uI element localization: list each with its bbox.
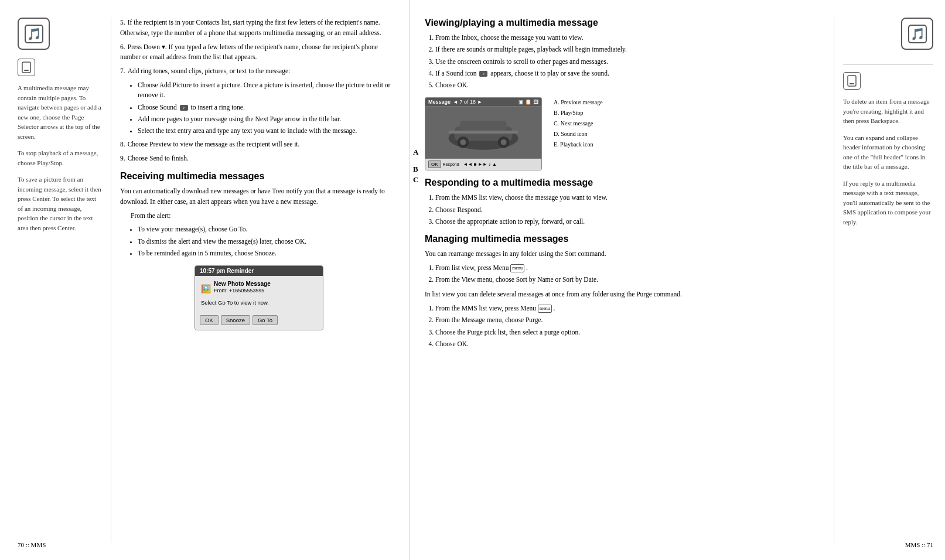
right-sidebar-phone-icon (843, 72, 861, 90)
svg-rect-16 (850, 83, 854, 84)
section2-title: Receiving multimedia messages (120, 171, 398, 182)
section3-title: Managing multimedia messages (425, 234, 825, 244)
menu-icon-2: menu (538, 305, 552, 313)
label-b: B (413, 165, 418, 174)
section1-steps: From the Inbox, choose the message you w… (435, 33, 825, 90)
message-labels: A. Previous message B. Play/Stop C. Next… (554, 97, 603, 150)
section1-step-5: Choose OK. (435, 80, 825, 90)
right-logo-icon: 🎵 (901, 18, 933, 50)
section3-step2-1: From the MMS list view, press Menu menu … (435, 303, 825, 313)
msg-label: Message (428, 99, 451, 105)
svg-rect-12 (449, 131, 518, 134)
notification-buttons: OK Snooze Go To (195, 315, 323, 330)
section2-step-1: From the MMS list view, choose the messa… (435, 193, 825, 203)
section1-step-3: Use the onscreen controls to scroll to o… (435, 57, 825, 67)
right-sidebar-note-1: To delete an item from a message you're … (843, 97, 933, 126)
message-screen: Message ◄ 7 of 18 ► ▣ 📋 🖼 (425, 97, 542, 170)
notif-goto-button[interactable]: Go To (253, 315, 278, 325)
svg-rect-15 (848, 76, 856, 86)
section1-step-4: If a Sound icon ♪ appears, choose it to … (435, 69, 825, 78)
label-a-text: A. Previous message (554, 97, 603, 108)
message-image-area: A B C Message ◄ 7 of 18 ► ▣ 📋 🖼 (425, 97, 825, 170)
section2-body: You can automatically download new messa… (120, 186, 398, 207)
section3-step2-2: From the Message menu, choose Purge. (435, 315, 825, 325)
label-e-text: E. Playback icon (554, 139, 603, 150)
svg-rect-7 (460, 121, 506, 131)
notif-msg-from: From: +16505553595 (214, 288, 271, 293)
sub-bullet-3: Add more pages to your message using the… (138, 114, 398, 124)
right-main-content: Viewing/playing a multimedia message Fro… (425, 18, 834, 542)
msg-nav: ◄ 7 of 18 ► (453, 99, 482, 105)
left-main-content: 5.If the recipient is in your Contacts l… (120, 18, 398, 542)
left-sidebar-phone-icon (18, 59, 35, 76)
section3-body2: In list view you can delete several mess… (425, 289, 825, 300)
right-sidebar-note-3: If you reply to a multimedia message wit… (843, 179, 933, 227)
svg-text:🎵: 🎵 (26, 27, 41, 41)
msg-icons: ▣ 📋 🖼 (518, 99, 538, 105)
page-number-right: MMS :: 71 (905, 541, 933, 548)
item-6: 6.Press Down ▾. If you typed a few lette… (120, 42, 398, 63)
right-sidebar-note-2: You can expand and collapse header infor… (843, 133, 933, 172)
section1-step-2: If there are sounds or multiple pages, p… (435, 45, 825, 54)
respond-button[interactable]: OK (428, 161, 441, 168)
sidebar-note-3: To save a picture from an incoming messa… (18, 175, 102, 233)
section2-step-3: Choose the appropriate action to reply, … (435, 217, 825, 227)
label-d-text: D. Sound icon (554, 129, 603, 139)
notif-icon: 🖼️ (201, 284, 211, 293)
section3-step2-4: Choose OK. (435, 339, 825, 349)
notif-snooze-button[interactable]: Snooze (221, 315, 250, 325)
item-8: 8.Choose Preview to view the message as … (120, 139, 398, 150)
item-9: 9.Choose Send to finish. (120, 153, 398, 164)
sub-bullet-4: Select the text entry area and type any … (138, 126, 398, 136)
label-c-text: C. Next message (554, 118, 603, 129)
alert-bullet-3: To be reminded again in 5 minutes, choos… (138, 248, 398, 258)
svg-rect-2 (22, 62, 30, 73)
right-page: Viewing/playing a multimedia message Fro… (410, 0, 945, 560)
sub-bullet-1: Choose Add Picture to insert a picture. … (138, 80, 398, 101)
notif-msg-title: New Photo Message (214, 281, 271, 287)
section2-title: Responding to a multimedia message (425, 177, 825, 188)
alert-bullet-2: To dismiss the alert and view the messag… (138, 237, 398, 247)
notification-box: 10:57 pm Reminder 🖼️ New Photo Message F… (195, 265, 323, 330)
notif-msg-body: Select Go To to view it now. (201, 299, 317, 306)
sound-icon-inline: ♪ (479, 71, 487, 77)
message-screen-header: Message ◄ 7 of 18 ► ▣ 📋 🖼 (425, 98, 541, 106)
right-sidebar: 🎵 To delete an item from a message you'r… (834, 18, 933, 542)
notification-header: 10:57 pm Reminder (195, 266, 323, 276)
left-sidebar: 🎵 A multimedia message may contain multi… (18, 18, 111, 542)
item-5: 5.If the recipient is in your Contacts l… (120, 18, 398, 39)
label-a: A (413, 144, 418, 161)
section3-body: You can rearrange messages in any folder… (425, 249, 825, 259)
message-photo (425, 106, 541, 159)
section2-steps: From the MMS list view, choose the messa… (435, 193, 825, 227)
alert-bullets: To view your message(s), choose Go To. T… (138, 224, 398, 258)
section3-steps2: From the MMS list view, press Menu menu … (435, 303, 825, 349)
item-7: 7.Add ring tones, sound clips, pictures,… (120, 66, 398, 77)
section3-step2-3: Choose the Purge pick list, then select … (435, 327, 825, 337)
message-screen-footer: OK Respond ◄◄ ■ ►► ♪ ▲ (425, 159, 541, 170)
sub-bullets: Choose Add Picture to insert a picture. … (138, 80, 398, 136)
sub-bullet-2: Choose Sound ♪ to insert a ring tone. (138, 103, 398, 112)
notif-ok-button[interactable]: OK (200, 315, 219, 325)
left-logo-icon: 🎵 (18, 18, 50, 50)
menu-icon-1: menu (510, 264, 524, 272)
svg-rect-3 (24, 70, 29, 71)
label-c: C (413, 175, 418, 185)
alert-bullet-1: To view your message(s), choose Go To. (138, 224, 398, 234)
label-b-text: B. Play/Stop (554, 108, 603, 118)
section1-step-1: From the Inbox, choose the message you w… (435, 33, 825, 43)
section1-title: Viewing/playing a multimedia message (425, 18, 825, 28)
svg-point-11 (501, 139, 507, 145)
page-number-left: 70 :: MMS (18, 541, 46, 548)
sidebar-note-2: To stop playback of a message, choose Pl… (18, 148, 102, 168)
section3-step-1: From list view, press Menu menu . (435, 263, 825, 273)
section2-step-2: Choose Respond. (435, 205, 825, 215)
svg-point-9 (460, 139, 466, 145)
svg-text:🎵: 🎵 (910, 27, 924, 41)
section3-steps: From list view, press Menu menu . From t… (435, 263, 825, 285)
sound-icon: ♪ (180, 105, 188, 111)
from-alert-label: From the alert: (131, 211, 398, 221)
section3-step-2: From the View menu, choose Sort by Name … (435, 275, 825, 285)
sidebar-note-1: A multimedia message may contain multipl… (18, 83, 102, 141)
left-page: 🎵 A multimedia message may contain multi… (0, 0, 410, 560)
